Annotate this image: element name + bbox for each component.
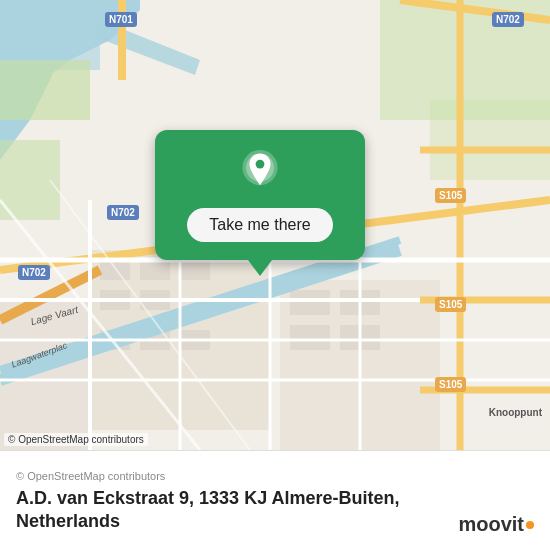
svg-rect-21	[290, 325, 330, 350]
moovit-logo-text: moovit	[458, 513, 524, 536]
footer-address-line1: A.D. van Eckstraat 9, 1333 KJ Almere-Bui…	[16, 488, 534, 509]
location-pin-icon	[238, 150, 282, 194]
road-label-n701: N701	[105, 12, 137, 27]
road-label-n702-mid: N702	[107, 205, 139, 220]
moovit-logo: moovit	[458, 513, 534, 536]
osm-attribution: © OpenStreetMap contributors	[4, 433, 148, 446]
road-label-s105-2: S105	[435, 297, 466, 312]
popup: Take me there	[155, 130, 365, 276]
svg-rect-5	[0, 0, 100, 70]
svg-rect-7	[0, 60, 90, 120]
popup-box: Take me there	[155, 130, 365, 260]
take-me-there-button[interactable]: Take me there	[187, 208, 332, 242]
road-label-s105-1: S105	[435, 188, 466, 203]
road-label-s105-3: S105	[435, 377, 466, 392]
road-label-n702-left: N702	[18, 265, 50, 280]
moovit-logo-dot	[526, 521, 534, 529]
knooppunt-label: Knooppunt	[489, 407, 542, 418]
svg-rect-14	[100, 260, 130, 280]
svg-rect-19	[290, 290, 330, 315]
road-label-n702-top: N702	[492, 12, 524, 27]
map-container: N701 N702 N702 N702 S105 S105 S105 Knoop…	[0, 0, 550, 450]
footer: © OpenStreetMap contributors A.D. van Ec…	[0, 450, 550, 550]
svg-point-49	[256, 160, 265, 169]
svg-rect-46	[470, 400, 545, 440]
svg-rect-10	[430, 100, 550, 180]
popup-triangle	[248, 260, 272, 276]
footer-attribution: © OpenStreetMap contributors	[16, 470, 534, 482]
footer-address-line2: Netherlands	[16, 511, 534, 532]
